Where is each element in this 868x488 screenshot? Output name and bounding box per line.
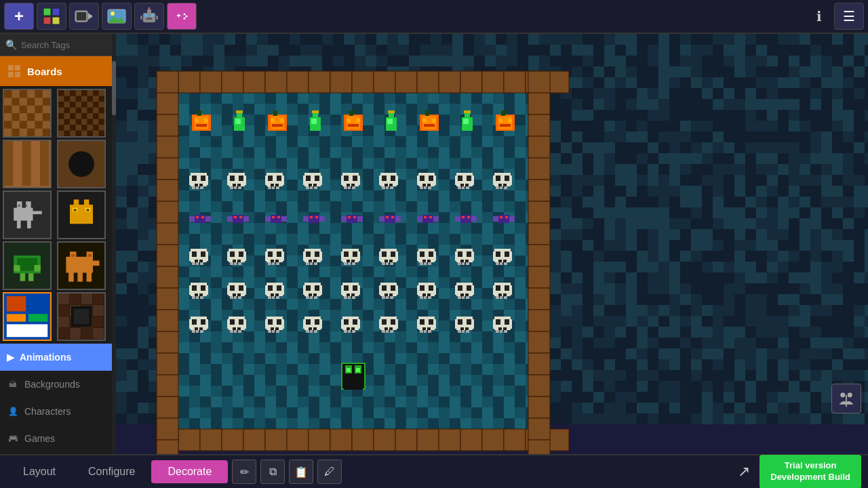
board-item[interactable] [57, 140, 106, 188]
persons-icon [837, 389, 856, 408]
svg-point-22 [184, 14, 186, 16]
board-item[interactable] [3, 140, 52, 188]
dev-build-line2: Development Build [770, 472, 850, 483]
svg-rect-27 [8, 72, 14, 77]
info-icon: ℹ [816, 8, 822, 24]
svg-point-16 [149, 7, 151, 9]
bottom-bar: Layout Configure Decorate ✏ ⧉ 📋 🖊 ↗ Tria… [0, 454, 868, 488]
info-button[interactable]: ℹ [807, 4, 831, 28]
grid-icon [42, 7, 61, 26]
svg-rect-21 [178, 14, 179, 18]
pencil-icon: ✏ [240, 466, 249, 479]
svg-rect-6 [77, 12, 86, 20]
boards-icon [7, 64, 22, 79]
board-item[interactable] [3, 89, 52, 138]
board-item[interactable] [3, 190, 52, 239]
tab-configure[interactable]: Configure [72, 460, 151, 483]
canvas-area[interactable] [116, 34, 868, 454]
grid-tool-button[interactable] [37, 3, 66, 30]
svg-rect-26 [15, 65, 20, 70]
search-input[interactable] [21, 40, 112, 50]
sidebar-item-characters[interactable]: 👤 Characters [0, 398, 112, 425]
sidebar: 🔍 Boards [0, 34, 112, 454]
sidebar-item-backgrounds[interactable]: 🏔 Backgrounds [0, 371, 112, 398]
games-icon: 🎮 [7, 432, 19, 445]
video-tool-button[interactable] [69, 3, 99, 30]
backgrounds-icon: 🏔 [7, 378, 19, 390]
tab-decorate[interactable]: Decorate [151, 460, 228, 483]
active-tool-button[interactable] [167, 3, 197, 30]
games-label: Games [24, 433, 55, 444]
main-game-canvas[interactable] [116, 34, 868, 454]
image-icon [107, 8, 126, 24]
robot-icon [140, 7, 158, 25]
image-tool-button[interactable] [102, 3, 132, 30]
animations-label: Animations [20, 352, 71, 363]
animations-section-header[interactable]: ▶ Animations [0, 344, 112, 371]
gamepad-icon [173, 7, 191, 25]
svg-rect-28 [15, 72, 20, 77]
svg-rect-18 [156, 16, 158, 20]
svg-rect-1 [52, 8, 60, 16]
characters-label: Characters [24, 406, 71, 417]
copy-tool-button[interactable]: ⧉ [260, 460, 285, 484]
search-icon: 🔍 [5, 39, 17, 50]
board-item-selected[interactable] [3, 292, 52, 341]
erase-tool-button[interactable]: 🖊 [317, 460, 342, 484]
corner-button[interactable] [831, 384, 861, 413]
svg-point-29 [840, 392, 845, 397]
paste-tool-button[interactable]: 📋 [289, 460, 313, 484]
tab-layout[interactable]: Layout [7, 460, 72, 483]
characters-icon: 👤 [7, 405, 19, 418]
board-item[interactable] [57, 292, 106, 341]
erase-icon: 🖊 [324, 466, 335, 478]
svg-point-8 [111, 12, 115, 16]
svg-point-30 [848, 392, 852, 397]
boards-label: Boards [27, 66, 62, 77]
menu-icon: ☰ [843, 8, 855, 24]
svg-rect-11 [144, 14, 148, 17]
svg-rect-2 [43, 17, 51, 24]
add-button[interactable]: + [4, 3, 34, 30]
svg-rect-13 [146, 18, 152, 20]
svg-rect-0 [43, 8, 51, 16]
board-item[interactable] [57, 89, 106, 138]
paste-icon: 📋 [294, 466, 308, 479]
copy-icon: ⧉ [269, 466, 277, 478]
cursor-indicator: ↗ [734, 462, 754, 482]
backgrounds-label: Backgrounds [24, 379, 80, 390]
board-item[interactable] [57, 190, 106, 239]
main-area: 🔍 Boards [0, 34, 868, 454]
svg-point-24 [184, 18, 186, 20]
board-item[interactable] [57, 241, 106, 290]
svg-rect-14 [147, 9, 151, 13]
svg-marker-5 [88, 13, 93, 20]
svg-rect-25 [8, 65, 14, 70]
pencil-tool-button[interactable]: ✏ [232, 460, 256, 484]
boards-section-header[interactable]: Boards [0, 56, 112, 86]
video-icon [75, 9, 94, 24]
top-toolbar: + [0, 0, 868, 34]
dev-build-line1: Trial version [785, 460, 837, 472]
svg-rect-12 [151, 14, 154, 17]
robot-tool-button[interactable] [134, 3, 164, 30]
svg-point-23 [186, 16, 188, 18]
sidebar-item-games[interactable]: 🎮 Games [0, 425, 112, 452]
board-item[interactable] [3, 241, 52, 290]
search-bar: 🔍 [0, 34, 112, 56]
menu-button[interactable]: ☰ [834, 3, 864, 30]
animations-icon: ▶ [7, 352, 14, 363]
svg-rect-17 [140, 16, 142, 20]
boards-grid [0, 86, 112, 344]
svg-rect-3 [52, 17, 60, 24]
dev-build-button[interactable]: Trial version Development Build [760, 455, 861, 488]
